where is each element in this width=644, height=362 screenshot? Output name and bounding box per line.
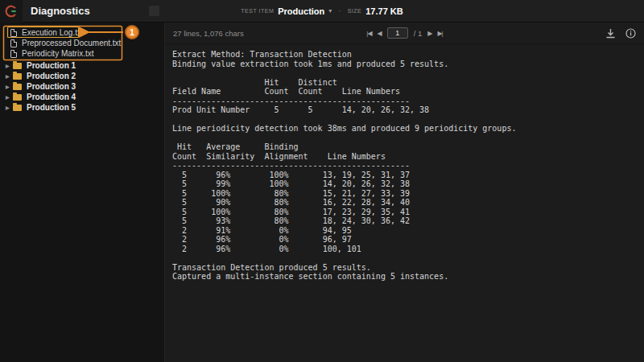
document-stats: 27 lines, 1,076 chars (173, 29, 366, 38)
document-text: Extract Method: Transaction Detection Bi… (165, 44, 644, 282)
info-button[interactable] (625, 28, 636, 39)
download-icon (605, 28, 616, 39)
file-label: Execution Log.txt (22, 28, 84, 37)
folder-item[interactable]: ▶Production 2 (0, 71, 164, 81)
folder-icon (13, 105, 22, 111)
expand-arrow-icon[interactable]: ▶ (6, 94, 13, 100)
file-item[interactable]: Periodicity Matrix.txt (0, 48, 164, 59)
file-label: Preprocessed Document.txt (22, 39, 121, 47)
folder-label: Production 3 (27, 82, 76, 91)
file-icon (10, 29, 17, 37)
folder-item[interactable]: ▶Production 1 (0, 60, 164, 71)
folder-item[interactable]: ▶Production 5 (0, 102, 164, 113)
info-icon (625, 28, 636, 39)
file-list: Execution Log.txtPreprocessed Document.t… (0, 27, 164, 59)
viewer-toolbar: 27 lines, 1,076 chars |◀ ◀ 1 / 1 ▶ ▶| (165, 23, 644, 44)
folder-label: Production 5 (27, 103, 76, 112)
document-viewer[interactable]: Extract Method: Transaction Detection Bi… (165, 44, 644, 362)
page-title: Diagnostics (31, 5, 90, 17)
folder-icon (13, 84, 22, 90)
toolbar-tools (443, 28, 636, 39)
file-item[interactable]: Execution Log.txt (0, 27, 164, 38)
file-icon (10, 39, 17, 47)
folder-label: Production 2 (27, 72, 76, 80)
file-icon (10, 50, 17, 58)
folder-label: Production 4 (27, 93, 76, 101)
app-window: Diagnostics TEST ITEM Production ▾ · SIZ… (0, 0, 644, 362)
main-panel: 27 lines, 1,076 chars |◀ ◀ 1 / 1 ▶ ▶| (165, 23, 644, 362)
file-item[interactable]: Preprocessed Document.txt (0, 38, 164, 48)
expand-arrow-icon[interactable]: ▶ (6, 105, 13, 110)
size-label: SIZE (348, 8, 362, 14)
expand-arrow-icon[interactable]: ▶ (6, 63, 13, 68)
next-page-button[interactable]: ▶ (427, 30, 431, 37)
sidebar: Execution Log.txtPreprocessed Document.t… (0, 23, 165, 362)
header-separator: · (338, 6, 341, 15)
download-button[interactable] (605, 28, 616, 39)
page-number-input[interactable]: 1 (387, 27, 408, 39)
test-item-select[interactable]: TEST ITEM Production ▾ (241, 6, 332, 16)
folder-list: ▶Production 1▶Production 2▶Production 3▶… (0, 60, 164, 113)
folder-label: Production 1 (27, 61, 76, 70)
test-item-label: TEST ITEM (241, 8, 274, 14)
app-logo (0, 0, 23, 23)
expand-arrow-icon[interactable]: ▶ (6, 84, 13, 89)
folder-icon (13, 94, 22, 101)
annotation-badge-1: 1 (125, 25, 139, 39)
expand-arrow-icon[interactable]: ▶ (6, 73, 13, 79)
folder-icon (13, 73, 22, 80)
folder-item[interactable]: ▶Production 4 (0, 92, 164, 102)
test-item-value: Production (278, 6, 324, 16)
app-header: Diagnostics TEST ITEM Production ▾ · SIZ… (0, 0, 644, 23)
first-page-button[interactable]: |◀ (366, 30, 371, 37)
folder-item[interactable]: ▶Production 3 (0, 81, 164, 92)
page-total: / 1 (414, 29, 423, 38)
folder-icon (13, 63, 22, 69)
grooper-logo-icon (4, 4, 19, 19)
chevron-down-icon: ▾ (328, 7, 332, 14)
header-status-bar: TEST ITEM Production ▾ · SIZE 17.77 KB (241, 6, 402, 16)
prev-page-button[interactable]: ◀ (378, 30, 382, 37)
file-label: Periodicity Matrix.txt (22, 49, 93, 58)
size-value: 17.77 KB (365, 6, 402, 16)
size-field: SIZE 17.77 KB (348, 6, 403, 16)
sidebar-toggle-button[interactable] (149, 6, 159, 16)
pager: |◀ ◀ 1 / 1 ▶ ▶| (366, 27, 442, 39)
